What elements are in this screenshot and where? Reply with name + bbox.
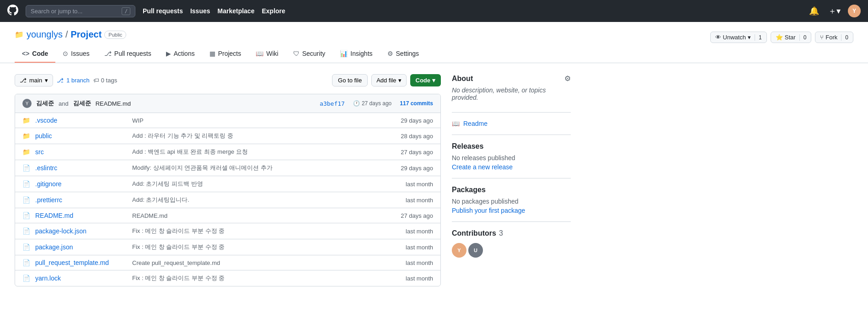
table-row: 📄 .prettierrc Add: 초기세팅입니다. last month <box>15 192 440 208</box>
star-button[interactable]: ⭐ Star 0 <box>771 32 812 43</box>
sidebar-divider-1 <box>452 112 571 113</box>
releases-none-text: No releases published <box>452 154 571 162</box>
file-name-link[interactable]: .gitignore <box>35 180 127 188</box>
unwatch-count: 1 <box>755 34 762 41</box>
search-shortcut: / <box>122 7 130 15</box>
file-commit-msg: Modify: 상세페이지 연관품목 캐러셀 애니메이션 추가 <box>132 164 395 172</box>
nav-links: Pull requests Issues Marketplace Explore <box>143 7 285 15</box>
file-name-link[interactable]: pull_request_template.md <box>35 259 127 266</box>
projects-tab-icon: ▦ <box>209 50 215 57</box>
file-name-link[interactable]: README.md <box>35 212 127 219</box>
eye-icon: 👁 <box>715 34 721 41</box>
tab-issues[interactable]: ⊙ Issues <box>55 45 96 63</box>
avatar[interactable]: Y <box>848 5 861 17</box>
about-settings-gear-icon[interactable]: ⚙ <box>564 74 571 83</box>
contributors-avatars: Y U <box>452 243 571 258</box>
file-time: 29 days ago <box>401 165 433 172</box>
nav-explore[interactable]: Explore <box>262 7 285 15</box>
commit-hash: a3bef17 <box>320 100 345 107</box>
readme-link[interactable]: 📖 Readme <box>452 120 571 127</box>
fork-button[interactable]: ⑂ Fork 0 <box>815 32 853 43</box>
file-icon: 📄 <box>22 196 30 204</box>
file-time: last month <box>406 244 433 251</box>
fork-icon: ⑂ <box>820 34 824 41</box>
search-bar[interactable]: Search or jump to... / <box>26 5 135 17</box>
file-icon: 📄 <box>22 212 30 219</box>
star-label: Star <box>785 34 796 41</box>
unwatch-label: Unwatch <box>723 34 746 41</box>
nav-issues[interactable]: Issues <box>190 7 210 15</box>
contributor-avatar-2[interactable]: U <box>468 243 483 258</box>
file-name-link[interactable]: .vscode <box>35 117 127 124</box>
branch-selector[interactable]: ⎇ main ▾ <box>15 74 53 86</box>
topnav-actions: 🔔 ＋▾ Y <box>807 4 861 18</box>
search-placeholder: Search or jump to... <box>31 8 118 15</box>
readme-link-label: Readme <box>463 120 488 127</box>
sidebar-divider-4 <box>452 221 571 222</box>
publish-package-link[interactable]: Publish your first package <box>452 207 525 214</box>
commit-author-name: 김세준 <box>36 99 54 108</box>
tab-code[interactable]: <> Code <box>15 45 55 63</box>
tags-link[interactable]: 🏷 0 tags <box>93 77 117 84</box>
file-icon: 📄 <box>22 243 30 251</box>
clock-icon: 🕐 <box>353 100 360 107</box>
fork-label: Fork <box>825 34 837 41</box>
contributor-avatar-1[interactable]: Y <box>452 243 466 258</box>
settings-tab-icon: ⚙ <box>387 50 393 57</box>
github-logo-icon[interactable] <box>7 5 18 18</box>
file-time: last month <box>406 181 433 188</box>
contributors-title: Contributors <box>452 229 496 237</box>
tab-insights[interactable]: 📊 Insights <box>332 45 380 63</box>
notifications-icon[interactable]: 🔔 <box>807 4 821 18</box>
file-time: last month <box>406 259 433 266</box>
contributors-header: Contributors 3 <box>452 229 571 237</box>
tab-projects[interactable]: ▦ Projects <box>202 45 249 63</box>
commit-time-text: 27 days ago <box>362 100 391 107</box>
repo-name-link[interactable]: Project <box>71 29 102 40</box>
file-table: Y 김세준 and 김세준 README.md a3bef17 🕐 27 day… <box>15 94 441 286</box>
star-icon: ⭐ <box>776 34 783 41</box>
file-commit-msg: Add: 초기세팅입니다. <box>132 196 400 204</box>
commit-author-avatar: Y <box>22 99 32 108</box>
create-release-link[interactable]: Create a new release <box>452 163 513 171</box>
add-file-button[interactable]: Add file ▾ <box>371 74 406 86</box>
tab-pull-requests[interactable]: ⎇ Pull requests <box>97 45 159 63</box>
file-name-link[interactable]: src <box>35 148 127 156</box>
tab-wiki[interactable]: 📖 Wiki <box>248 45 285 63</box>
tab-security[interactable]: 🛡 Security <box>286 45 333 63</box>
file-time: last month <box>406 197 433 204</box>
file-name-link[interactable]: .eslintrc <box>35 164 127 172</box>
breadcrumb: 📁 younglys / Project Public <box>15 29 126 40</box>
nav-pull-requests[interactable]: Pull requests <box>143 7 183 15</box>
goto-file-button[interactable]: Go to file <box>332 74 368 86</box>
branches-link[interactable]: ⎇ 1 branch <box>57 77 90 84</box>
commits-count-link[interactable]: 117 commits <box>400 100 433 107</box>
file-name-link[interactable]: package.json <box>35 243 127 251</box>
unwatch-button[interactable]: 👁 Unwatch ▾ 1 <box>710 32 767 43</box>
fork-count: 0 <box>841 34 848 41</box>
branch-count-text: 1 branch <box>66 77 90 84</box>
toolbar-right-actions: Go to file Add file ▾ Code ▾ <box>332 74 441 86</box>
unwatch-arrow: ▾ <box>748 34 751 41</box>
code-button[interactable]: Code ▾ <box>410 74 441 86</box>
tab-projects-label: Projects <box>218 50 241 57</box>
file-commit-msg: Fix : 메인 창 슬라이드 부분 수정 중 <box>132 274 400 282</box>
tab-settings[interactable]: ⚙ Settings <box>380 45 427 63</box>
file-name-link[interactable]: yarn.lock <box>35 275 127 282</box>
plus-icon[interactable]: ＋▾ <box>826 4 842 18</box>
code-button-label: Code <box>416 77 431 84</box>
commit-message: README.md <box>96 100 131 107</box>
table-row: 📁 src Add : 백엔드 api 배포 완료 최종 merge 요청 27… <box>15 144 440 160</box>
packages-title: Packages <box>452 186 571 194</box>
repo-owner-link[interactable]: younglys <box>27 29 63 40</box>
about-title: About <box>452 75 473 83</box>
tab-actions[interactable]: ▶ Actions <box>159 45 202 63</box>
about-header: About ⚙ <box>452 74 571 83</box>
file-name-link[interactable]: .prettierrc <box>35 196 127 204</box>
file-name-link[interactable]: package-lock.json <box>35 227 127 235</box>
file-commit-msg: README.md <box>132 212 395 219</box>
nav-marketplace[interactable]: Marketplace <box>218 7 255 15</box>
file-name-link[interactable]: public <box>35 132 127 140</box>
contributors-section: Contributors 3 Y U <box>452 229 571 258</box>
tag-icon: 🏷 <box>93 77 99 84</box>
